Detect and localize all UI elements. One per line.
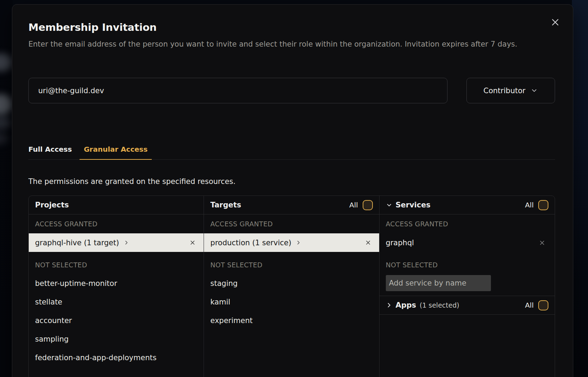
projects-header: Projects <box>29 196 204 214</box>
services-all-label: All <box>525 201 534 209</box>
remove-project-button[interactable] <box>189 239 196 246</box>
target-item[interactable]: experiment <box>204 311 379 330</box>
dialog-description: Enter the email address of the person yo… <box>28 38 551 51</box>
not-selected-label: NOT SELECTED <box>380 255 555 274</box>
access-tabs: Full Access Granular Access <box>28 145 555 160</box>
access-granted-label: ACCESS GRANTED <box>380 214 555 233</box>
project-item[interactable]: accounter <box>29 311 204 330</box>
apps-all-label: All <box>525 301 534 309</box>
chevron-right-icon <box>124 240 129 245</box>
access-granted-label: ACCESS GRANTED <box>29 214 204 233</box>
chevron-down-icon <box>531 87 538 94</box>
project-item[interactable]: stellate <box>29 293 204 311</box>
role-select-value: Contributor <box>484 87 526 95</box>
close-icon <box>551 18 560 27</box>
project-item[interactable]: better-uptime-monitor <box>29 274 204 293</box>
apps-selected-count: (1 selected) <box>419 301 459 309</box>
target-granted-row[interactable]: production (1 service) <box>204 233 379 252</box>
services-header-label: Services <box>396 201 431 209</box>
targets-header: Targets All <box>204 196 379 214</box>
service-granted-row: graphql <box>380 233 555 252</box>
project-item[interactable]: sampling <box>29 330 204 348</box>
projects-column: Projects ACCESS GRANTED graphql-hive (1 … <box>29 196 204 377</box>
chevron-down-icon <box>386 202 392 208</box>
targets-all-label: All <box>349 201 358 209</box>
dialog-title: Membership Invitation <box>28 21 157 33</box>
project-granted-row[interactable]: graphql-hive (1 target) <box>29 233 204 252</box>
targets-all-checkbox[interactable] <box>363 200 373 210</box>
role-select[interactable]: Contributor <box>466 78 555 103</box>
apps-all-checkbox[interactable] <box>538 300 548 310</box>
resources-table: Projects ACCESS GRANTED graphql-hive (1 … <box>28 196 555 377</box>
remove-service-button[interactable] <box>539 239 546 246</box>
targets-header-label: Targets <box>210 201 241 209</box>
background-blur-blob <box>0 132 8 144</box>
apps-section-row[interactable]: Apps (1 selected) All <box>380 296 555 315</box>
chevron-right-icon <box>386 302 392 308</box>
services-column: Services All ACCESS GRANTED graphql <box>380 196 555 377</box>
page-background-left <box>0 0 13 377</box>
background-blur-blob <box>0 53 13 71</box>
projects-header-label: Projects <box>35 201 69 209</box>
chevron-right-icon <box>296 240 301 245</box>
access-granted-label: ACCESS GRANTED <box>204 214 379 233</box>
services-all-checkbox[interactable] <box>538 200 548 210</box>
close-icon <box>189 239 196 246</box>
project-granted-label: graphql-hive (1 target) <box>35 239 119 247</box>
not-selected-label: NOT SELECTED <box>204 255 379 274</box>
close-button[interactable] <box>549 16 561 28</box>
background-blur-blob <box>0 94 13 115</box>
services-header[interactable]: Services All <box>380 196 555 214</box>
page-background-right <box>572 0 588 377</box>
apps-header-label: Apps <box>396 301 416 309</box>
remove-target-button[interactable] <box>365 239 371 246</box>
membership-invitation-dialog: Membership Invitation Enter the email ad… <box>12 4 573 377</box>
services-section: ACCESS GRANTED graphql NOT SELECTED <box>380 214 555 296</box>
not-selected-label: NOT SELECTED <box>29 255 204 274</box>
targets-column: Targets All ACCESS GRANTED production (1… <box>204 196 379 377</box>
permissions-note: The permissions are granted on the speci… <box>28 177 235 186</box>
close-icon <box>539 239 546 246</box>
add-service-input[interactable] <box>386 275 491 291</box>
service-granted-label: graphql <box>386 239 414 247</box>
project-item[interactable]: federation-and-app-deployments <box>29 348 204 367</box>
background-blur-blob <box>0 116 11 130</box>
tab-granular-access[interactable]: Granular Access <box>80 145 152 160</box>
target-item[interactable]: kamil <box>204 293 379 311</box>
invite-email-input[interactable] <box>28 78 447 103</box>
close-icon <box>365 239 371 246</box>
target-item[interactable]: staging <box>204 274 379 293</box>
target-granted-label: production (1 service) <box>210 239 291 247</box>
tab-full-access[interactable]: Full Access <box>28 145 72 159</box>
